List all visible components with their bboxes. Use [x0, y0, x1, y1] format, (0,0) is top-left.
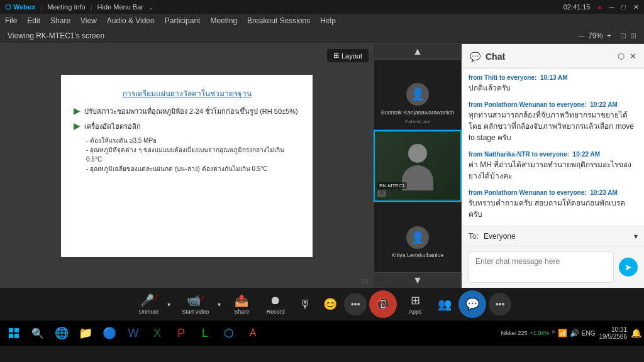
start-button[interactable] — [3, 322, 25, 344]
menu-edit[interactable]: Edit — [27, 16, 40, 25]
fit-screen-icon[interactable]: ⊡ — [620, 31, 626, 40]
clock: 02:41:15 — [564, 3, 591, 11]
taskbar-excel-icon[interactable]: X — [146, 322, 169, 344]
notifications-icon[interactable]: 🔔 — [631, 328, 641, 338]
record-icon: ⏺ — [270, 294, 281, 307]
share-label: Share — [234, 309, 249, 315]
taskbar-search-button[interactable]: 🔍 — [26, 322, 49, 344]
chat-message-2: from Ponlathorn Wenunan to everyone: 10:… — [469, 101, 638, 143]
scroll-up-button[interactable]: ▲ — [374, 44, 462, 59]
scroll-down-button[interactable]: ▼ — [374, 273, 462, 288]
menu-view[interactable]: View — [80, 16, 97, 25]
taskbar-time: 10:31 19/5/2566 — [599, 326, 628, 340]
participant-card-1[interactable]: 👤 Boonrak Kanjanawarawanich Cohost, me — [374, 59, 462, 130]
bottom-toolbar: 🎤╱ Unmute ▾ 📹╱ Start video ▾ 📤 Share ⏺ R… — [0, 288, 644, 321]
slide-content: การเตรียมแผ่นยางวัลคาในช่วมาตรฐาน ▶ ปรับ… — [61, 75, 313, 257]
menu-participant[interactable]: Participant — [165, 16, 201, 25]
menu-meeting[interactable]: Meeting — [210, 16, 237, 25]
more-options-button-2[interactable]: ••• — [489, 293, 511, 315]
slide-item-1: ▶ ปรับสภาวะชอมพาวนที่อุณหภูมิห้อง 2-24 ช… — [74, 106, 300, 117]
slide-container: การเตรียมแผ่นยางวัลคาในช่วมาตรฐาน ▶ ปรับ… — [0, 44, 374, 288]
hide-menu-button[interactable]: Hide Menu Bar — [97, 3, 143, 11]
apps-button[interactable]: ⊞ Apps — [399, 290, 431, 318]
taskbar-adobe-icon[interactable]: A — [242, 322, 264, 344]
taskbar-file-explorer-icon[interactable]: 📁 — [74, 322, 97, 344]
zoom-out-icon[interactable]: ─ — [579, 31, 584, 40]
record-button[interactable]: ⏺ Record — [260, 290, 291, 318]
close-button[interactable]: ✕ — [633, 3, 639, 11]
chat-close-button[interactable]: ✕ — [630, 52, 636, 61]
chat-msg-header-1: from Thiti to everyone: 10:13 AM — [469, 74, 638, 81]
apps-label: Apps — [409, 309, 422, 315]
chat-toolbar-icon: 💬 — [465, 297, 479, 311]
to-everyone-select[interactable]: Everyone ▾ — [484, 232, 638, 241]
speaker-icon: 🔊 — [570, 329, 579, 337]
slide-title: การเตรียมแผ่นยางวัลคาในช่วมาตรฐาน — [74, 87, 300, 99]
webex-logo: ⬡ Webex — [5, 3, 35, 11]
meeting-info-button[interactable]: Meeting Info — [47, 3, 86, 11]
record-label: Record — [267, 309, 285, 315]
minimize-button[interactable]: ─ — [609, 3, 614, 11]
emoji-icon: 😊 — [323, 297, 337, 311]
title-bar: ⬡ Webex | Meeting Info | Hide Menu Bar ⌄… — [0, 0, 644, 14]
svg-rect-2 — [9, 334, 13, 338]
menu-file[interactable]: File — [5, 16, 17, 25]
menu-audio-video[interactable]: Audio & Video — [107, 16, 155, 25]
unmute-button[interactable]: 🎤╱ Unmute — [133, 290, 165, 318]
systray-up-icon: ^ — [552, 329, 555, 337]
participant-card-2[interactable]: RK-MTEC1 — [374, 130, 462, 202]
arrow-icon-1: ▶ — [74, 106, 80, 116]
menu-breakout[interactable]: Breakout Sessions — [247, 16, 310, 25]
chat-panel: 💬 Chat ⬡ ✕ from Thiti to everyone: 10:13… — [462, 44, 644, 288]
taskbar-edge-icon[interactable]: 🌐 — [50, 322, 73, 344]
chat-input[interactable] — [469, 251, 614, 283]
menu-share[interactable]: Share — [50, 16, 70, 25]
fullscreen-icon[interactable]: ⊞ — [630, 31, 636, 40]
svg-rect-1 — [14, 328, 19, 332]
to-label: To: — [469, 232, 479, 241]
reaction-button[interactable]: 😊 — [319, 290, 341, 318]
video-dropdown-arrow[interactable]: ▾ — [215, 290, 223, 318]
chat-popout-button[interactable]: ⬡ — [618, 52, 625, 61]
audio-button[interactable]: 🎙 — [294, 290, 316, 318]
participants-button[interactable]: 👥 — [433, 290, 456, 318]
chat-messages: from Thiti to everyone: 10:13 AM ปกติแล้… — [462, 69, 644, 226]
start-video-button[interactable]: 📹╱ Start video — [175, 290, 215, 318]
chat-msg-text-1: ปกติแล้วครับ — [469, 82, 638, 94]
chat-msg-text-3: ค่า MH ที่อ่านได้สามารถทำนายพฤติกรรมอะไร… — [469, 159, 638, 182]
participant-sublabel-1: Cohost, me — [405, 119, 431, 124]
slide-sub-items: - ต้องให้แรงดัน ≥3.5 MPa - อุณหภูมิที่จุ… — [86, 136, 300, 173]
taskbar-word-icon[interactable]: W — [122, 322, 145, 344]
nikkei-value: +1.04% — [530, 330, 549, 336]
unmute-group: 🎤╱ Unmute ▾ — [133, 290, 174, 318]
taskbar-powerpoint-icon[interactable]: P — [170, 322, 192, 344]
send-message-button[interactable]: ➤ — [619, 258, 638, 277]
participant-avatar-1: 👤 — [406, 83, 429, 106]
zoom-controls: ─ 79% + ⊡ ⊞ — [579, 31, 636, 40]
share-button[interactable]: 📤 Share — [226, 290, 257, 318]
participants-icon: 👥 — [438, 297, 452, 311]
apps-icon: ⊞ — [411, 293, 420, 307]
microphone-icon: 🎤╱ — [140, 293, 157, 307]
camera-icon: 📹╱ — [187, 293, 204, 307]
participant-card-3[interactable]: 👤 Kitiya Lertskulbanlue — [374, 202, 462, 273]
unmute-dropdown-arrow[interactable]: ▾ — [165, 290, 173, 318]
chat-button[interactable]: 💬 — [458, 290, 486, 318]
more-options-button[interactable]: ••• — [344, 293, 367, 315]
menu-bar: File Edit Share View Audio & Video Parti… — [0, 14, 644, 28]
taskbar-webex-icon[interactable]: ⬡ — [218, 322, 240, 344]
end-call-button[interactable]: 📵 — [369, 290, 397, 318]
chat-title: Chat — [486, 52, 613, 62]
menu-help[interactable]: Help — [320, 16, 336, 25]
participants-panel: ▲ 👤 Boonrak Kanjanawarawanich Cohost, me… — [374, 44, 462, 288]
phone-end-icon: 📵 — [376, 297, 390, 311]
taskbar-chrome-icon[interactable]: 🔵 — [98, 322, 121, 344]
layout-button[interactable]: ⊞ Layout — [327, 49, 369, 62]
start-video-label: Start video — [182, 309, 209, 315]
network-icon: 📶 — [558, 329, 567, 337]
restore-button[interactable]: □ — [621, 3, 626, 11]
taskbar-line-icon[interactable]: L — [194, 322, 216, 344]
zoom-in-icon[interactable]: + — [607, 31, 611, 40]
viewing-label: Viewing RK-MTEC1's screen — [8, 31, 104, 40]
slide-item-2: ▶ เครื่องอัดไฮดรอลิก — [74, 121, 300, 132]
